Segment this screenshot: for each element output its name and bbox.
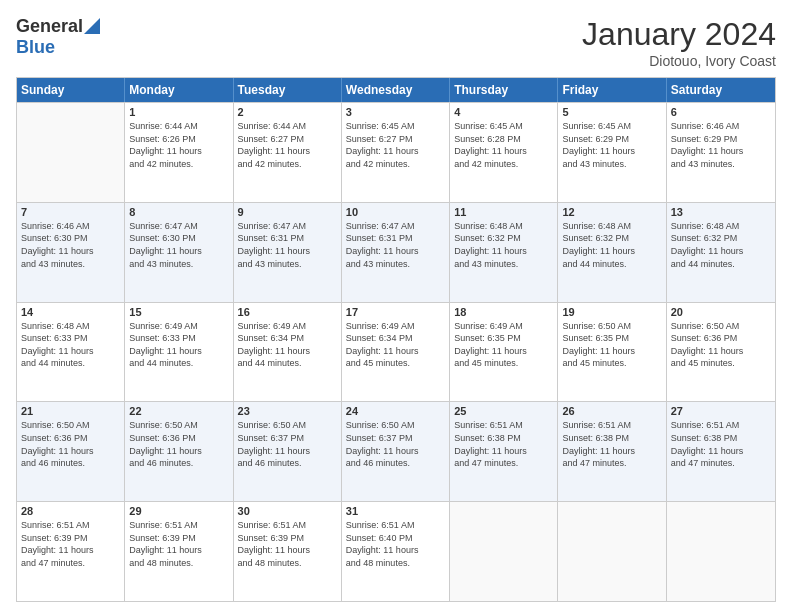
calendar-cell: 1Sunrise: 6:44 AM Sunset: 6:26 PM Daylig… [125, 103, 233, 202]
day-number: 24 [346, 405, 445, 417]
calendar-header: SundayMondayTuesdayWednesdayThursdayFrid… [17, 78, 775, 102]
day-number: 14 [21, 306, 120, 318]
calendar-cell: 29Sunrise: 6:51 AM Sunset: 6:39 PM Dayli… [125, 502, 233, 601]
calendar-header-cell-thursday: Thursday [450, 78, 558, 102]
day-number: 25 [454, 405, 553, 417]
calendar-cell: 13Sunrise: 6:48 AM Sunset: 6:32 PM Dayli… [667, 203, 775, 302]
day-number: 6 [671, 106, 771, 118]
calendar-header-cell-tuesday: Tuesday [234, 78, 342, 102]
calendar-header-cell-friday: Friday [558, 78, 666, 102]
day-number: 15 [129, 306, 228, 318]
day-content: Sunrise: 6:46 AM Sunset: 6:29 PM Dayligh… [671, 120, 771, 170]
calendar-cell: 8Sunrise: 6:47 AM Sunset: 6:30 PM Daylig… [125, 203, 233, 302]
calendar-cell: 23Sunrise: 6:50 AM Sunset: 6:37 PM Dayli… [234, 402, 342, 501]
day-number: 20 [671, 306, 771, 318]
day-content: Sunrise: 6:49 AM Sunset: 6:34 PM Dayligh… [238, 320, 337, 370]
day-content: Sunrise: 6:50 AM Sunset: 6:36 PM Dayligh… [129, 419, 228, 469]
calendar: SundayMondayTuesdayWednesdayThursdayFrid… [16, 77, 776, 602]
day-number: 9 [238, 206, 337, 218]
day-content: Sunrise: 6:49 AM Sunset: 6:34 PM Dayligh… [346, 320, 445, 370]
calendar-subtitle: Diotouo, Ivory Coast [582, 53, 776, 69]
svg-marker-0 [84, 18, 100, 34]
day-number: 23 [238, 405, 337, 417]
calendar-body: 1Sunrise: 6:44 AM Sunset: 6:26 PM Daylig… [17, 102, 775, 601]
calendar-cell: 11Sunrise: 6:48 AM Sunset: 6:32 PM Dayli… [450, 203, 558, 302]
day-number: 26 [562, 405, 661, 417]
calendar-cell [450, 502, 558, 601]
calendar-cell: 21Sunrise: 6:50 AM Sunset: 6:36 PM Dayli… [17, 402, 125, 501]
calendar-header-cell-saturday: Saturday [667, 78, 775, 102]
calendar-week-1: 1Sunrise: 6:44 AM Sunset: 6:26 PM Daylig… [17, 102, 775, 202]
calendar-cell: 28Sunrise: 6:51 AM Sunset: 6:39 PM Dayli… [17, 502, 125, 601]
day-content: Sunrise: 6:45 AM Sunset: 6:28 PM Dayligh… [454, 120, 553, 170]
day-number: 11 [454, 206, 553, 218]
day-content: Sunrise: 6:47 AM Sunset: 6:31 PM Dayligh… [238, 220, 337, 270]
day-content: Sunrise: 6:50 AM Sunset: 6:37 PM Dayligh… [346, 419, 445, 469]
calendar-header-cell-sunday: Sunday [17, 78, 125, 102]
calendar-cell: 16Sunrise: 6:49 AM Sunset: 6:34 PM Dayli… [234, 303, 342, 402]
day-number: 13 [671, 206, 771, 218]
day-number: 18 [454, 306, 553, 318]
day-content: Sunrise: 6:50 AM Sunset: 6:37 PM Dayligh… [238, 419, 337, 469]
day-content: Sunrise: 6:46 AM Sunset: 6:30 PM Dayligh… [21, 220, 120, 270]
day-content: Sunrise: 6:48 AM Sunset: 6:32 PM Dayligh… [671, 220, 771, 270]
day-content: Sunrise: 6:51 AM Sunset: 6:39 PM Dayligh… [129, 519, 228, 569]
day-content: Sunrise: 6:51 AM Sunset: 6:39 PM Dayligh… [21, 519, 120, 569]
calendar-cell: 2Sunrise: 6:44 AM Sunset: 6:27 PM Daylig… [234, 103, 342, 202]
day-content: Sunrise: 6:49 AM Sunset: 6:33 PM Dayligh… [129, 320, 228, 370]
day-number: 3 [346, 106, 445, 118]
day-number: 19 [562, 306, 661, 318]
day-content: Sunrise: 6:47 AM Sunset: 6:31 PM Dayligh… [346, 220, 445, 270]
day-number: 16 [238, 306, 337, 318]
day-number: 17 [346, 306, 445, 318]
day-number: 22 [129, 405, 228, 417]
day-number: 30 [238, 505, 337, 517]
calendar-cell: 6Sunrise: 6:46 AM Sunset: 6:29 PM Daylig… [667, 103, 775, 202]
day-content: Sunrise: 6:45 AM Sunset: 6:29 PM Dayligh… [562, 120, 661, 170]
calendar-week-2: 7Sunrise: 6:46 AM Sunset: 6:30 PM Daylig… [17, 202, 775, 302]
calendar-cell: 31Sunrise: 6:51 AM Sunset: 6:40 PM Dayli… [342, 502, 450, 601]
day-content: Sunrise: 6:50 AM Sunset: 6:36 PM Dayligh… [21, 419, 120, 469]
calendar-cell [667, 502, 775, 601]
day-content: Sunrise: 6:48 AM Sunset: 6:32 PM Dayligh… [454, 220, 553, 270]
header: General Blue January 2024 Diotouo, Ivory… [16, 16, 776, 69]
day-number: 29 [129, 505, 228, 517]
logo-general: General [16, 16, 83, 37]
calendar-cell: 15Sunrise: 6:49 AM Sunset: 6:33 PM Dayli… [125, 303, 233, 402]
day-content: Sunrise: 6:50 AM Sunset: 6:36 PM Dayligh… [671, 320, 771, 370]
day-number: 21 [21, 405, 120, 417]
day-content: Sunrise: 6:49 AM Sunset: 6:35 PM Dayligh… [454, 320, 553, 370]
calendar-header-cell-wednesday: Wednesday [342, 78, 450, 102]
day-content: Sunrise: 6:51 AM Sunset: 6:40 PM Dayligh… [346, 519, 445, 569]
day-number: 8 [129, 206, 228, 218]
day-content: Sunrise: 6:45 AM Sunset: 6:27 PM Dayligh… [346, 120, 445, 170]
logo-blue: Blue [16, 37, 55, 57]
calendar-cell: 24Sunrise: 6:50 AM Sunset: 6:37 PM Dayli… [342, 402, 450, 501]
day-content: Sunrise: 6:50 AM Sunset: 6:35 PM Dayligh… [562, 320, 661, 370]
calendar-cell: 14Sunrise: 6:48 AM Sunset: 6:33 PM Dayli… [17, 303, 125, 402]
calendar-cell: 19Sunrise: 6:50 AM Sunset: 6:35 PM Dayli… [558, 303, 666, 402]
calendar-week-4: 21Sunrise: 6:50 AM Sunset: 6:36 PM Dayli… [17, 401, 775, 501]
day-content: Sunrise: 6:44 AM Sunset: 6:26 PM Dayligh… [129, 120, 228, 170]
day-number: 10 [346, 206, 445, 218]
calendar-cell: 18Sunrise: 6:49 AM Sunset: 6:35 PM Dayli… [450, 303, 558, 402]
calendar-cell: 25Sunrise: 6:51 AM Sunset: 6:38 PM Dayli… [450, 402, 558, 501]
day-number: 31 [346, 505, 445, 517]
day-number: 28 [21, 505, 120, 517]
calendar-cell [558, 502, 666, 601]
calendar-cell: 27Sunrise: 6:51 AM Sunset: 6:38 PM Dayli… [667, 402, 775, 501]
day-content: Sunrise: 6:44 AM Sunset: 6:27 PM Dayligh… [238, 120, 337, 170]
day-content: Sunrise: 6:51 AM Sunset: 6:38 PM Dayligh… [562, 419, 661, 469]
calendar-cell: 20Sunrise: 6:50 AM Sunset: 6:36 PM Dayli… [667, 303, 775, 402]
day-content: Sunrise: 6:51 AM Sunset: 6:38 PM Dayligh… [671, 419, 771, 469]
calendar-cell: 17Sunrise: 6:49 AM Sunset: 6:34 PM Dayli… [342, 303, 450, 402]
calendar-header-cell-monday: Monday [125, 78, 233, 102]
day-content: Sunrise: 6:48 AM Sunset: 6:33 PM Dayligh… [21, 320, 120, 370]
calendar-cell: 4Sunrise: 6:45 AM Sunset: 6:28 PM Daylig… [450, 103, 558, 202]
title-section: January 2024 Diotouo, Ivory Coast [582, 16, 776, 69]
calendar-cell: 5Sunrise: 6:45 AM Sunset: 6:29 PM Daylig… [558, 103, 666, 202]
logo: General Blue [16, 16, 100, 58]
day-number: 1 [129, 106, 228, 118]
day-content: Sunrise: 6:51 AM Sunset: 6:38 PM Dayligh… [454, 419, 553, 469]
calendar-week-3: 14Sunrise: 6:48 AM Sunset: 6:33 PM Dayli… [17, 302, 775, 402]
